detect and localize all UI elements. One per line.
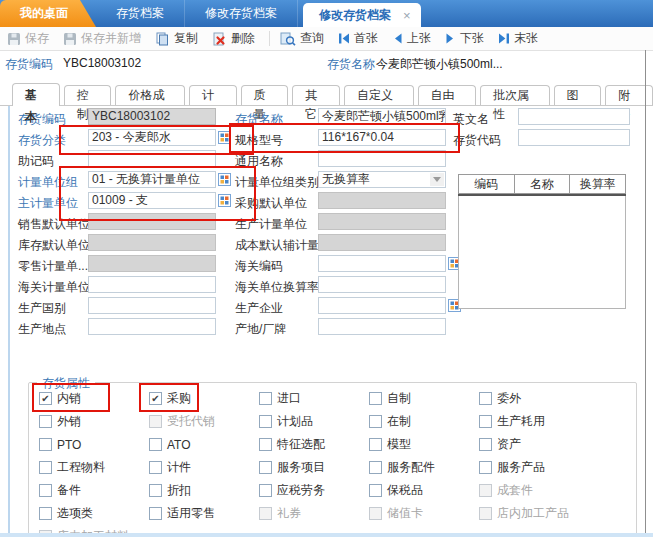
- field-input[interactable]: [518, 108, 630, 125]
- attr-label: 选项类: [57, 505, 93, 522]
- field-label: 生产计量单位: [235, 216, 307, 233]
- toolbar-button-query[interactable]: 查询: [280, 30, 324, 47]
- attr-item: 适用零售: [149, 502, 259, 525]
- field-input[interactable]: [88, 297, 216, 314]
- field-input[interactable]: 203 - 今麦郎水: [88, 129, 216, 146]
- attr-checkbox[interactable]: [39, 484, 52, 497]
- form-row: 生产地点: [18, 318, 250, 339]
- form-row: 成本默认辅计量: [235, 234, 463, 255]
- detail-tab-7[interactable]: 自定义项: [344, 85, 413, 105]
- attr-checkbox[interactable]: [259, 484, 272, 497]
- field-value: 116*167*0.04: [322, 130, 394, 144]
- unit-table-body: [458, 196, 626, 309]
- attr-checkbox[interactable]: [369, 392, 382, 405]
- attr-label: 适用零售: [167, 505, 215, 522]
- detail-tab-2[interactable]: 控制: [64, 85, 112, 105]
- attr-checkbox[interactable]: [149, 484, 162, 497]
- attr-label: 备件: [57, 482, 81, 499]
- toolbar-button-next[interactable]: 下张: [445, 30, 484, 47]
- attr-checkbox[interactable]: ✔: [39, 392, 52, 405]
- attr-checkbox[interactable]: ✔: [149, 392, 162, 405]
- field-label: 产地/厂牌: [235, 321, 286, 338]
- detail-tab-6[interactable]: 其它: [292, 85, 340, 105]
- attr-checkbox[interactable]: [369, 415, 382, 428]
- attr-checkbox[interactable]: [369, 484, 382, 497]
- field-input[interactable]: [318, 150, 446, 167]
- attr-label: 折扣: [167, 482, 191, 499]
- attr-checkbox[interactable]: [149, 507, 162, 520]
- window-right-border: [645, 50, 646, 537]
- detail-tab-10[interactable]: 图片: [554, 85, 602, 105]
- attr-checkbox[interactable]: [39, 415, 52, 428]
- field-input[interactable]: [88, 150, 216, 167]
- field-label: 存货代码: [453, 132, 501, 149]
- attr-checkbox[interactable]: [39, 438, 52, 451]
- form-row: 海关计量单位: [18, 276, 250, 297]
- attr-checkbox[interactable]: [479, 461, 492, 474]
- detail-tab-5[interactable]: 质量: [241, 85, 289, 105]
- window-tab-4[interactable]: 修改存货档案×: [303, 3, 421, 27]
- window-tab-1[interactable]: 我的桌面: [0, 0, 96, 27]
- attr-item: 在制: [369, 410, 479, 433]
- toolbar-button-label: 保存: [25, 30, 49, 47]
- field-input: [318, 192, 446, 209]
- field-input: YBC18003102: [88, 108, 216, 125]
- toolbar-button-copy[interactable]: 复制: [155, 30, 198, 47]
- unit-table-column-2: 名称: [514, 174, 570, 194]
- attr-checkbox: [369, 507, 382, 520]
- attr-checkbox[interactable]: [259, 461, 272, 474]
- window-tab-3[interactable]: 修改存货档案: [185, 0, 298, 27]
- attr-checkbox[interactable]: [259, 392, 272, 405]
- attr-item: 选项类: [39, 502, 149, 525]
- toolbar-button-first[interactable]: 首张: [338, 30, 378, 47]
- field-input[interactable]: [88, 318, 216, 335]
- form-row: 海关编码: [235, 255, 463, 276]
- detail-tab-3[interactable]: 价格成本: [115, 85, 184, 105]
- attr-item: 计件: [149, 456, 259, 479]
- attr-checkbox[interactable]: [479, 438, 492, 451]
- attr-checkbox[interactable]: [259, 438, 272, 451]
- detail-tab-1[interactable]: 基本: [12, 83, 60, 106]
- detail-tab-9[interactable]: 批次属性: [480, 85, 549, 105]
- toolbar-button-delete[interactable]: 删除: [212, 30, 255, 47]
- field-input[interactable]: [318, 297, 446, 314]
- tab-close-icon[interactable]: ×: [403, 8, 411, 23]
- toolbar-button-prev[interactable]: 上张: [392, 30, 431, 47]
- attr-checkbox[interactable]: [149, 461, 162, 474]
- attr-label: 特征选配: [277, 436, 325, 453]
- toolbar-button-label: 查询: [300, 30, 324, 47]
- detail-tab-8[interactable]: 自由项: [418, 85, 477, 105]
- attr-item: 成套件: [479, 479, 625, 502]
- field-input[interactable]: [318, 255, 446, 272]
- detail-tab-4[interactable]: 计划: [189, 85, 237, 105]
- field-input[interactable]: 01 - 无换算计量单位: [88, 171, 216, 188]
- attr-checkbox[interactable]: [149, 438, 162, 451]
- window-tab-2[interactable]: 存货档案: [96, 0, 185, 27]
- attr-label: 计划品: [277, 413, 313, 430]
- attr-label: 资产: [497, 436, 521, 453]
- field-value: 203 - 今麦郎水: [92, 130, 171, 144]
- attr-checkbox[interactable]: [479, 415, 492, 428]
- lookup-picker-icon[interactable]: [218, 194, 231, 207]
- attr-checkbox[interactable]: [39, 461, 52, 474]
- field-input[interactable]: 无换算率: [318, 171, 446, 188]
- field-input[interactable]: [318, 318, 446, 335]
- attr-checkbox[interactable]: [479, 392, 492, 405]
- attr-checkbox[interactable]: [369, 438, 382, 451]
- lookup-picker-icon[interactable]: [218, 131, 231, 144]
- field-input[interactable]: [518, 129, 630, 146]
- attr-label: 外销: [57, 413, 81, 430]
- field-value: 01009 - 支: [92, 193, 148, 207]
- field-input[interactable]: [318, 276, 446, 293]
- attr-checkbox[interactable]: [369, 461, 382, 474]
- field-input[interactable]: [88, 276, 216, 293]
- save-new-icon: [63, 32, 77, 46]
- attr-checkbox[interactable]: [39, 507, 52, 520]
- attr-checkbox[interactable]: [259, 415, 272, 428]
- lookup-picker-icon[interactable]: [218, 173, 231, 186]
- field-input: [88, 234, 216, 251]
- field-input[interactable]: 116*167*0.04: [318, 129, 446, 146]
- field-input[interactable]: 01009 - 支: [88, 192, 216, 209]
- field-input[interactable]: 今麦郎芒顿小镇500ml乳酸菌: [318, 108, 446, 125]
- toolbar-button-last[interactable]: 末张: [498, 30, 538, 47]
